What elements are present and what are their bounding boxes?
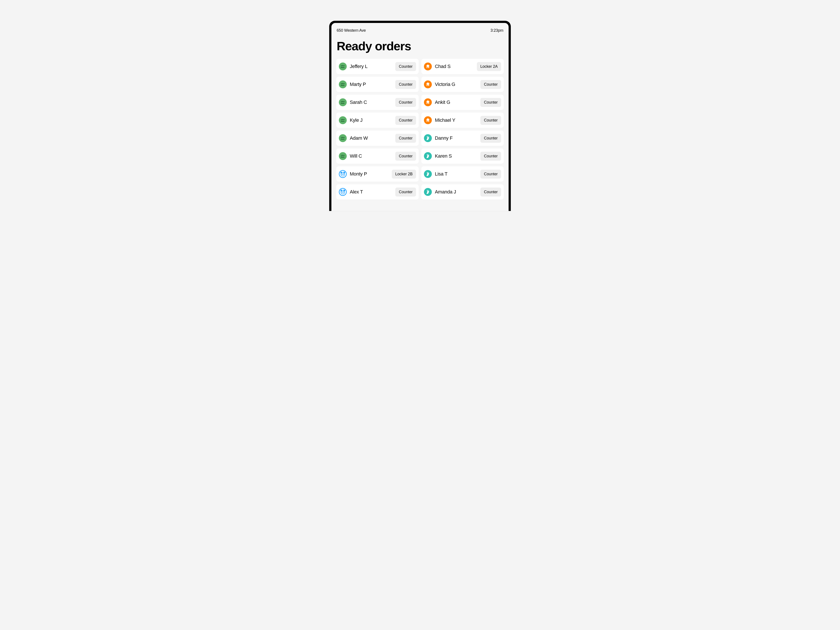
svg-point-2 <box>341 172 344 176</box>
uber-eats-icon: UberEats <box>339 63 347 70</box>
order-card[interactable]: UberEats Adam WCounter <box>336 131 419 146</box>
tablet-screen: 650 Western Ave 3:23pm Ready orders Uber… <box>332 23 508 211</box>
svg-point-9 <box>342 191 343 192</box>
pickup-location-badge: Counter <box>480 152 501 161</box>
pickup-location-badge: Counter <box>395 152 416 161</box>
status-bar: 650 Western Ave 3:23pm <box>336 28 504 33</box>
pickup-location-badge: Counter <box>480 187 501 197</box>
pickup-location-badge: Counter <box>480 98 501 107</box>
customer-name: Kyle J <box>350 117 395 123</box>
order-card[interactable]: Ankit GCounter <box>421 94 504 110</box>
pickup-location-badge: Counter <box>395 98 416 107</box>
just-eat-icon <box>424 98 432 106</box>
customer-name: Lisa T <box>435 171 480 177</box>
svg-point-10 <box>343 191 344 192</box>
order-card[interactable]: Lisa TCounter <box>421 166 504 182</box>
pickup-location-badge: Counter <box>395 80 416 89</box>
hungrypanda-icon <box>339 188 347 196</box>
uber-eats-icon: UberEats <box>339 80 347 88</box>
customer-name: Sarah C <box>350 99 395 105</box>
orders-grid: UberEats Jeffery LCounter Chad SLocker 2… <box>336 59 504 200</box>
svg-point-11 <box>343 192 343 193</box>
uber-eats-icon: UberEats <box>339 134 347 142</box>
order-card[interactable]: Amanda JCounter <box>421 184 504 200</box>
order-card[interactable]: UberEats Jeffery LCounter <box>336 59 419 74</box>
pickup-location-badge: Counter <box>480 116 501 125</box>
svg-point-8 <box>341 190 344 194</box>
deliveroo-icon <box>424 188 432 196</box>
svg-point-5 <box>343 175 343 175</box>
customer-name: Karen S <box>435 153 480 159</box>
customer-name: Danny F <box>435 135 480 141</box>
customer-name: Amanda J <box>435 189 480 195</box>
deliveroo-icon <box>424 152 432 160</box>
svg-point-3 <box>342 173 343 175</box>
customer-name: Alex T <box>350 189 395 195</box>
order-card[interactable]: UberEats Kyle JCounter <box>336 113 419 128</box>
just-eat-icon <box>424 116 432 124</box>
order-card[interactable]: Victoria GCounter <box>421 77 504 92</box>
pickup-location-badge: Counter <box>395 62 416 71</box>
customer-name: Ankit G <box>435 99 480 105</box>
pickup-location-badge: Counter <box>480 80 501 89</box>
uber-eats-icon: UberEats <box>339 116 347 124</box>
pickup-location-badge: Counter <box>395 187 416 197</box>
uber-eats-icon: UberEats <box>339 152 347 160</box>
order-card[interactable]: Danny FCounter <box>421 131 504 146</box>
time-text: 3:23pm <box>490 28 503 33</box>
deliveroo-icon <box>424 170 432 178</box>
customer-name: Chad S <box>435 64 477 69</box>
order-card[interactable]: Chad SLocker 2A <box>421 59 504 74</box>
pickup-location-badge: Locker 2A <box>477 62 501 71</box>
order-card[interactable]: Monty PLocker 2B <box>336 166 419 182</box>
pickup-location-badge: Counter <box>480 170 501 179</box>
pickup-location-badge: Counter <box>395 116 416 125</box>
order-card[interactable]: Karen SCounter <box>421 148 504 164</box>
customer-name: Jeffery L <box>350 64 395 69</box>
customer-name: Monty P <box>350 171 392 177</box>
pickup-location-badge: Counter <box>395 134 416 143</box>
uber-eats-icon: UberEats <box>339 98 347 106</box>
customer-name: Adam W <box>350 135 395 141</box>
page-title: Ready orders <box>336 39 504 53</box>
order-card[interactable]: Alex TCounter <box>336 184 419 200</box>
tablet-frame: 650 Western Ave 3:23pm Ready orders Uber… <box>329 21 511 211</box>
customer-name: Michael Y <box>435 117 480 123</box>
customer-name: Will C <box>350 153 395 159</box>
pickup-location-badge: Locker 2B <box>392 170 416 179</box>
order-card[interactable]: UberEats Will CCounter <box>336 148 419 164</box>
order-card[interactable]: UberEats Marty PCounter <box>336 77 419 92</box>
customer-name: Marty P <box>350 82 395 87</box>
pickup-location-badge: Counter <box>480 134 501 143</box>
hungrypanda-icon <box>339 170 347 178</box>
deliveroo-icon <box>424 134 432 142</box>
customer-name: Victoria G <box>435 82 480 87</box>
order-card[interactable]: UberEats Sarah CCounter <box>336 94 419 110</box>
svg-point-4 <box>343 173 344 175</box>
just-eat-icon <box>424 80 432 88</box>
order-card[interactable]: Michael YCounter <box>421 113 504 128</box>
location-text: 650 Western Ave <box>337 28 366 33</box>
just-eat-icon <box>424 63 432 70</box>
